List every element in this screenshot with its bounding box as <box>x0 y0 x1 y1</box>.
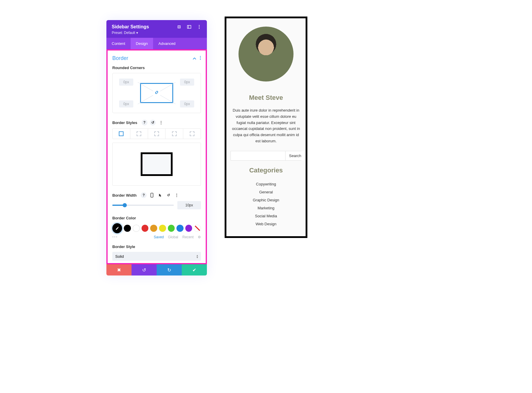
border-width-slider[interactable] <box>112 205 174 206</box>
more-colors-icon[interactable]: ••• <box>112 235 118 239</box>
avatar <box>239 27 293 81</box>
border-style-right[interactable] <box>148 129 166 139</box>
width-help-icon[interactable]: ? <box>141 192 147 198</box>
corner-bottom-left-input[interactable] <box>119 100 133 107</box>
border-style-label: Border Style <box>112 244 201 249</box>
color-settings-icon[interactable]: ⚙ <box>198 235 201 239</box>
slider-thumb[interactable] <box>123 203 127 207</box>
svg-point-4 <box>199 25 200 26</box>
category-item[interactable]: Graphic Design <box>231 196 301 204</box>
preset-label: Preset: Default <box>112 31 135 35</box>
link-icon <box>153 89 160 97</box>
cancel-button[interactable]: ✖ <box>106 264 132 275</box>
preset-selector[interactable]: Preset: Default ▾ <box>112 31 202 35</box>
categories-list: Copywriting General Graphic Design Marke… <box>231 180 301 228</box>
tab-design[interactable]: Design <box>131 38 153 49</box>
panel-body: Border Rounded Corners Border Styles ? ↺… <box>106 49 207 264</box>
category-item[interactable]: General <box>231 188 301 196</box>
border-style-all[interactable] <box>113 129 130 139</box>
border-style-top[interactable] <box>130 129 148 139</box>
color-blue[interactable] <box>176 225 184 232</box>
expand-icon[interactable] <box>177 25 181 29</box>
svg-point-9 <box>200 59 201 60</box>
color-transparent[interactable] <box>194 225 201 232</box>
panel-layout-icon[interactable] <box>187 25 192 29</box>
border-preview-rect <box>141 152 173 176</box>
redo-button[interactable]: ↻ <box>157 264 182 275</box>
svg-rect-10 <box>151 193 153 197</box>
category-item[interactable]: Marketing <box>231 204 301 212</box>
search-input[interactable] <box>231 151 285 160</box>
corner-top-left-input[interactable] <box>119 79 133 86</box>
tab-content[interactable]: Content <box>106 38 131 49</box>
color-purple[interactable] <box>185 225 192 232</box>
panel-title: Sidebar Settings <box>112 24 149 30</box>
undo-button[interactable]: ↺ <box>132 264 157 275</box>
border-style-left[interactable] <box>183 129 201 139</box>
color-tab-global[interactable]: Global <box>168 235 178 239</box>
sidebar-preview: Meet Steve Duis aute irure dolor in repr… <box>225 17 307 238</box>
color-orange[interactable] <box>150 225 157 232</box>
eyedropper-button[interactable] <box>112 223 122 233</box>
width-reset-icon[interactable]: ↺ <box>166 192 171 198</box>
border-width-input[interactable] <box>177 201 201 209</box>
hover-icon[interactable] <box>157 192 163 198</box>
corner-top-right-input[interactable] <box>180 79 194 86</box>
settings-panel: Sidebar Settings Preset: Default ▾ Conte… <box>106 20 207 275</box>
category-item[interactable]: Web Design <box>231 220 301 228</box>
color-yellow[interactable] <box>159 225 166 232</box>
corners-link-toggle[interactable] <box>140 83 173 103</box>
sidebar-description: Duis aute irure dolor in reprehenderit i… <box>231 107 301 144</box>
color-white[interactable] <box>133 225 140 232</box>
border-style-options <box>112 128 201 139</box>
svg-point-1 <box>179 27 180 27</box>
rounded-corners-control <box>112 73 201 113</box>
search-button[interactable]: Search <box>285 151 305 160</box>
sidebar-title: Meet Steve <box>231 94 301 102</box>
select-arrows-icon: ▴▾ <box>197 254 198 258</box>
corner-bottom-right-input[interactable] <box>180 100 194 107</box>
svg-point-8 <box>200 57 201 58</box>
width-more-icon[interactable]: ⋮ <box>174 192 180 198</box>
collapse-icon[interactable] <box>193 56 196 61</box>
color-black[interactable] <box>124 225 131 232</box>
border-style-bottom[interactable] <box>166 129 183 139</box>
styles-more-icon[interactable]: ⋮ <box>158 120 164 125</box>
border-preview <box>112 143 201 186</box>
more-icon[interactable] <box>197 25 202 29</box>
section-border-title[interactable]: Border <box>112 55 128 61</box>
svg-point-6 <box>199 28 200 29</box>
border-style-select[interactable]: Solid ▴▾ <box>112 252 201 261</box>
rounded-corners-label: Rounded Corners <box>112 66 201 70</box>
svg-point-7 <box>200 56 201 57</box>
border-width-label: Border Width ? ↺ ⋮ <box>112 192 201 198</box>
border-color-label: Border Color <box>112 216 201 220</box>
tab-advanced[interactable]: Advanced <box>153 38 181 49</box>
color-swatches <box>112 223 201 233</box>
categories-title: Categories <box>231 167 301 174</box>
border-styles-label: Border Styles ? ↺ ⋮ <box>112 120 201 125</box>
color-green[interactable] <box>168 225 175 232</box>
category-item[interactable]: Copywriting <box>231 180 301 188</box>
panel-tabs: Content Design Advanced <box>106 38 207 49</box>
svg-point-5 <box>199 27 200 27</box>
color-tab-recent[interactable]: Recent <box>182 235 194 239</box>
panel-footer: ✖ ↺ ↻ ✔ <box>106 264 207 275</box>
color-red[interactable] <box>142 225 149 232</box>
category-item[interactable]: Social Media <box>231 212 301 220</box>
reset-icon[interactable]: ↺ <box>150 120 156 125</box>
border-style-value: Solid <box>115 254 124 259</box>
svg-rect-2 <box>187 25 191 28</box>
help-icon[interactable]: ? <box>142 120 147 125</box>
section-more-icon[interactable] <box>200 56 201 61</box>
search-form: Search <box>231 151 301 161</box>
responsive-icon[interactable] <box>149 192 155 198</box>
color-tab-saved[interactable]: Saved <box>154 235 164 239</box>
panel-header: Sidebar Settings Preset: Default ▾ <box>106 20 207 38</box>
chevron-down-icon: ▾ <box>136 31 138 35</box>
save-button[interactable]: ✔ <box>182 264 207 275</box>
